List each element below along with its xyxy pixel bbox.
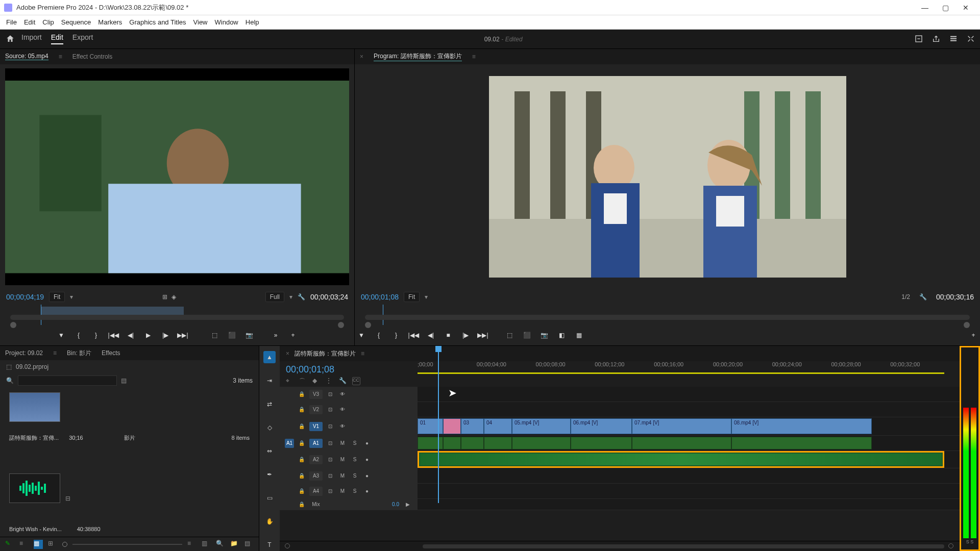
voiceover-icon[interactable]: ● xyxy=(362,471,372,481)
freeform-view-icon[interactable]: ⊞ xyxy=(48,540,57,549)
add-marker-icon[interactable]: ◆ xyxy=(312,377,321,385)
insert-icon[interactable]: ⬚ xyxy=(208,329,221,342)
sync-lock-icon[interactable]: ⊡ xyxy=(326,471,335,481)
go-to-out-icon[interactable]: ▶▶| xyxy=(476,329,489,342)
mark-out-icon[interactable]: } xyxy=(89,329,103,342)
video-clip[interactable]: 06.mp4 [V] xyxy=(571,418,632,434)
track-name[interactable]: A3 xyxy=(309,471,323,481)
menu-clip[interactable]: Clip xyxy=(42,18,54,26)
close-tab-icon[interactable]: × xyxy=(360,53,363,60)
step-back-icon[interactable]: ◀| xyxy=(424,329,437,342)
maximize-button[interactable]: ▢ xyxy=(935,0,955,15)
type-tool-icon[interactable]: T xyxy=(263,539,276,551)
lock-icon[interactable]: 🔒 xyxy=(297,422,306,431)
project-items[interactable]: 諾特斯服飾：宣傳... 30;16 影片 8 items ⊟ Bright Wi… xyxy=(0,388,259,537)
step-forward-icon[interactable]: |▶ xyxy=(459,329,472,342)
new-item-icon[interactable]: ▤ xyxy=(244,540,254,549)
a1-track-body[interactable] xyxy=(418,436,960,450)
audio-track-2[interactable]: 🔒A2⊡MS● xyxy=(280,451,960,468)
program-scrubber[interactable] xyxy=(355,305,980,325)
solo-icon[interactable]: S xyxy=(350,439,359,448)
razor-tool-icon[interactable]: ◇ xyxy=(263,421,276,434)
menu-file[interactable]: File xyxy=(6,18,17,26)
track-name[interactable]: V1 xyxy=(309,422,323,431)
mute-icon[interactable]: M xyxy=(338,455,347,464)
lock-icon[interactable]: 🔒 xyxy=(297,487,306,496)
lock-icon[interactable]: 🔒 xyxy=(297,405,306,414)
video-clip[interactable]: 04 xyxy=(484,418,512,434)
solo-icon[interactable]: S xyxy=(350,455,359,464)
track-name[interactable]: A1 xyxy=(309,439,323,448)
lock-icon[interactable]: 🔒 xyxy=(297,455,306,464)
source-scrubber[interactable] xyxy=(0,305,354,325)
sync-lock-icon[interactable]: ⊡ xyxy=(326,455,335,464)
track-select-tool-icon[interactable]: ⇥ xyxy=(263,374,276,387)
insert-overwrite-icon[interactable]: ⊞ xyxy=(162,293,167,300)
video-clip[interactable]: 05.mp4 [V] xyxy=(512,418,571,434)
timeline-scrollbar[interactable] xyxy=(280,541,960,551)
audio-clip[interactable] xyxy=(632,437,731,449)
wrench-icon[interactable]: 🔧 xyxy=(919,293,927,300)
music-clip-selected[interactable] xyxy=(418,451,944,468)
audio-clip[interactable] xyxy=(484,437,512,449)
linked-selection-icon[interactable]: ⌒ xyxy=(299,377,307,385)
audio-clip[interactable] xyxy=(418,437,443,449)
chevron-down-icon[interactable]: ▾ xyxy=(289,293,292,300)
icon-view-icon[interactable]: ▦ xyxy=(34,540,43,549)
button-editor-icon[interactable]: + xyxy=(286,329,300,342)
timeline-display-settings-icon[interactable]: ⋮ xyxy=(326,377,334,385)
project-item-audio[interactable]: ⊟ xyxy=(9,473,60,516)
source-resolution-dropdown[interactable]: Full xyxy=(265,292,284,302)
mute-icon[interactable]: M xyxy=(338,439,347,448)
play-icon[interactable]: ▶ xyxy=(141,329,155,342)
button-editor-icon[interactable]: + xyxy=(967,329,980,342)
menu-sequence[interactable]: Sequence xyxy=(61,18,91,26)
zoom-handle-left[interactable] xyxy=(10,322,16,328)
tab-program[interactable]: Program: 諾特斯服飾：宣傳影片 xyxy=(374,52,462,61)
overwrite-icon[interactable]: ⬛ xyxy=(225,329,238,342)
chevron-down-icon[interactable]: ▾ xyxy=(425,293,428,300)
tab-program-menu-icon[interactable]: ≡ xyxy=(472,53,476,60)
ripple-edit-tool-icon[interactable]: ⇄ xyxy=(263,398,276,410)
lock-icon[interactable]: 🔒 xyxy=(297,471,306,481)
go-to-in-icon[interactable]: |◀◀ xyxy=(407,329,420,342)
wrench-icon[interactable]: 🔧 xyxy=(339,377,347,385)
mute-icon[interactable]: M xyxy=(338,471,347,481)
video-clip[interactable]: 03 xyxy=(461,418,484,434)
safe-margins-icon[interactable]: ▦ xyxy=(572,329,585,342)
filter-bin-icon[interactable]: ▤ xyxy=(121,377,127,384)
tab-source[interactable]: Source: 05.mp4 xyxy=(5,53,48,60)
stop-icon[interactable]: ■ xyxy=(442,329,455,342)
track-name[interactable]: V3 xyxy=(309,390,323,399)
audio-clip[interactable] xyxy=(571,437,632,449)
video-track-3[interactable]: 🔒V3⊡👁 xyxy=(280,387,960,402)
tab-project[interactable]: Project: 09.02 xyxy=(5,349,43,357)
program-video-area[interactable] xyxy=(355,64,980,289)
extract-icon[interactable]: ⬛ xyxy=(520,329,533,342)
chevron-down-icon[interactable]: ▾ xyxy=(70,293,73,300)
search-input[interactable] xyxy=(18,375,117,386)
share-icon[interactable] xyxy=(931,34,941,44)
zoom-in-handle[interactable] xyxy=(948,543,953,548)
eye-icon[interactable]: 👁 xyxy=(338,405,347,414)
voiceover-icon[interactable]: ● xyxy=(362,487,372,496)
comparison-view-icon[interactable]: ◧ xyxy=(555,329,568,342)
video-clip[interactable]: 01 xyxy=(418,418,443,434)
video-clip[interactable]: 07.mp4 [V] xyxy=(632,418,731,434)
tab-effect-controls[interactable]: Effect Controls xyxy=(72,53,112,60)
zoom-handle-right[interactable] xyxy=(964,322,970,328)
minimize-button[interactable]: — xyxy=(915,0,935,15)
sync-lock-icon[interactable]: ⊡ xyxy=(326,422,335,431)
export-frame-icon[interactable]: 📷 xyxy=(537,329,551,342)
sync-lock-icon[interactable]: ⊡ xyxy=(326,487,335,496)
mute-icon[interactable]: M xyxy=(338,487,347,496)
video-track-2[interactable]: 🔒V2⊡👁 xyxy=(280,402,960,417)
menu-window[interactable]: Window xyxy=(215,18,238,26)
menu-icon[interactable]: ≡ xyxy=(361,350,364,357)
quick-export-icon[interactable] xyxy=(914,34,924,44)
home-icon[interactable] xyxy=(4,33,16,45)
audio-track-1[interactable]: A1🔒A1⊡MS● xyxy=(280,436,960,451)
menu-view[interactable]: View xyxy=(193,18,208,26)
tab-export[interactable]: Export xyxy=(72,33,93,44)
timeline-timecode[interactable]: 00;00;01;08 xyxy=(286,364,411,375)
